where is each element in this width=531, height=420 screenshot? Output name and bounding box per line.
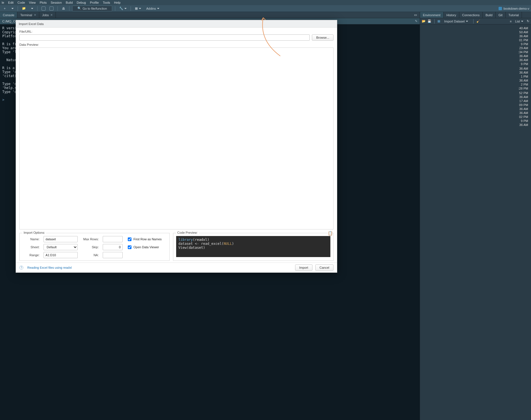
save-icon[interactable] xyxy=(40,6,47,11)
first-row-label: First Row as Names xyxy=(133,237,162,241)
list-item[interactable]: 02 PM xyxy=(420,115,531,119)
sheet-select[interactable]: Default xyxy=(44,244,78,250)
list-item[interactable]: 36 AM xyxy=(420,71,531,75)
list-item[interactable]: 01 PM xyxy=(420,38,531,42)
first-row-check[interactable] xyxy=(128,237,131,241)
open-viewer-label: Open Data Viewer xyxy=(133,245,159,249)
list-item[interactable]: 9 PM xyxy=(420,62,531,66)
tab-console[interactable]: Console xyxy=(0,12,17,18)
menu-build[interactable]: Build xyxy=(66,1,73,4)
cancel-button[interactable]: Cancel xyxy=(315,264,334,271)
first-row-checkbox[interactable]: First Row as Names xyxy=(127,237,166,242)
menu-tools[interactable]: Tools xyxy=(103,1,110,4)
list-item[interactable]: 36 AM xyxy=(420,67,531,71)
new-file-icon[interactable]: ＋ xyxy=(2,6,7,11)
maxrows-label: Max Rows: xyxy=(82,237,99,241)
open-dropdown[interactable] xyxy=(29,6,34,11)
print-icon[interactable]: 🖶 xyxy=(61,6,66,11)
list-item[interactable]: 1 PM xyxy=(420,75,531,78)
goto-file-button[interactable]: 🔍Go to file/function xyxy=(72,6,112,11)
list-item[interactable]: 36 AM xyxy=(420,95,531,99)
clear-env-icon[interactable]: 🧹 xyxy=(476,19,480,23)
maxrows-input[interactable] xyxy=(103,236,123,242)
menu-code[interactable]: Code xyxy=(18,1,25,4)
environment-toolbar: 📂 💾 ▦ Import Dataset 🧹 ≡ List ↻ xyxy=(420,18,531,24)
tab-connections[interactable]: Connections xyxy=(459,12,483,18)
tab-git[interactable]: Git xyxy=(496,12,506,18)
name-input[interactable] xyxy=(44,236,78,242)
list-item[interactable]: 50 AM xyxy=(420,30,531,34)
menu-profile[interactable]: Profile xyxy=(90,1,99,4)
list-item[interactable]: 36 AM xyxy=(420,111,531,115)
range-input[interactable] xyxy=(44,252,78,258)
save-workspace-icon[interactable]: 💾 xyxy=(427,19,431,23)
list-item[interactable]: 52 PM xyxy=(420,91,531,95)
list-item[interactable]: 36 AM xyxy=(420,123,531,127)
menubar: le Edit Code View Plots Session Build De… xyxy=(0,0,531,5)
list-item[interactable]: 29 AM xyxy=(420,46,531,50)
list-view-dropdown[interactable]: List xyxy=(513,18,526,24)
list-item[interactable]: 36 AM xyxy=(420,58,531,62)
addins-dropdown[interactable]: Addins xyxy=(144,6,162,11)
menu-view[interactable]: View xyxy=(29,1,36,4)
tab-jobs[interactable]: Jobs✕ xyxy=(39,12,56,18)
na-input[interactable] xyxy=(103,252,123,258)
load-workspace-icon[interactable]: 📂 xyxy=(422,19,426,23)
console-prompt[interactable]: > xyxy=(2,98,6,102)
tab-jobs-label: Jobs xyxy=(42,13,49,17)
tab-history[interactable]: History xyxy=(444,12,459,18)
list-item[interactable]: :28 PM xyxy=(420,86,531,90)
help-icon[interactable]: ? xyxy=(19,266,23,270)
close-icon[interactable]: ✕ xyxy=(50,13,53,16)
open-folder-icon[interactable]: 📁 xyxy=(21,6,27,11)
tab-environment[interactable]: Environment xyxy=(420,12,444,18)
code-preview-text[interactable]: library(readxl) dataset <- read_excel(NU… xyxy=(176,236,330,257)
list-item[interactable]: 36 AM xyxy=(420,78,531,82)
project-selector[interactable]: bookdown-demo-v xyxy=(499,7,530,10)
clear-console-icon[interactable]: ✎ xyxy=(415,19,417,23)
import-button[interactable]: Import xyxy=(295,264,312,271)
menu-plots[interactable]: Plots xyxy=(40,1,46,4)
separator xyxy=(37,6,38,11)
menu-help[interactable]: Help xyxy=(114,1,121,4)
browse-button[interactable]: Browse... xyxy=(312,34,334,41)
list-item[interactable]: 40 AM xyxy=(420,26,531,30)
na-label: NA: xyxy=(82,253,99,257)
open-viewer-checkbox[interactable]: Open Data Viewer xyxy=(127,245,166,250)
help-link[interactable]: Reading Excel files using readxl xyxy=(27,266,72,269)
tab-build-label: Build xyxy=(485,13,492,17)
menu-edit[interactable]: Edit xyxy=(8,1,14,4)
list-item[interactable]: 9 PM xyxy=(420,119,531,123)
copy-icon[interactable]: 📋 xyxy=(328,231,333,235)
file-url-input[interactable] xyxy=(19,34,310,41)
grid-dropdown[interactable]: ▦ xyxy=(134,6,142,11)
code-preview-title: Code Preview: xyxy=(176,231,199,234)
list-item[interactable]: :34 PM xyxy=(420,50,531,54)
list-item[interactable]: 17 AM xyxy=(420,99,531,103)
separator xyxy=(18,6,18,11)
pane-maximize-icon[interactable]: ▭ xyxy=(411,12,420,18)
main-toolbar: ＋ 📁 🖶 🔍Go to file/function 🔧 ▦ Addins bo… xyxy=(0,5,531,12)
list-item[interactable]: 36 AM xyxy=(420,107,531,111)
save-all-icon[interactable] xyxy=(48,6,55,11)
list-item[interactable]: 36 AM xyxy=(420,34,531,38)
open-viewer-check[interactable] xyxy=(128,245,131,249)
tab-build[interactable]: Build xyxy=(483,12,495,18)
separator xyxy=(131,6,131,11)
skip-input[interactable] xyxy=(103,244,123,250)
menu-debug[interactable]: Debug xyxy=(77,1,86,4)
list-item[interactable]: 09 PM xyxy=(420,103,531,107)
list-item[interactable]: 2 PM xyxy=(420,82,531,86)
tab-tutorial[interactable]: Tutorial xyxy=(506,12,522,18)
menu-session[interactable]: Session xyxy=(51,1,62,4)
refresh-icon[interactable]: ↻ xyxy=(527,19,529,23)
new-file-dropdown[interactable] xyxy=(9,6,15,11)
tab-terminal[interactable]: Terminal✕ xyxy=(17,12,39,18)
close-icon[interactable]: ✕ xyxy=(34,13,36,16)
list-item[interactable]: 9 PM xyxy=(420,42,531,46)
tools-dropdown[interactable]: 🔧 xyxy=(118,6,128,11)
list-item[interactable]: 36 AM xyxy=(420,54,531,58)
tab-connections-label: Connections xyxy=(462,13,479,17)
import-dataset-dropdown[interactable]: Import Dataset xyxy=(442,18,470,24)
menu-file[interactable]: le xyxy=(2,1,4,4)
